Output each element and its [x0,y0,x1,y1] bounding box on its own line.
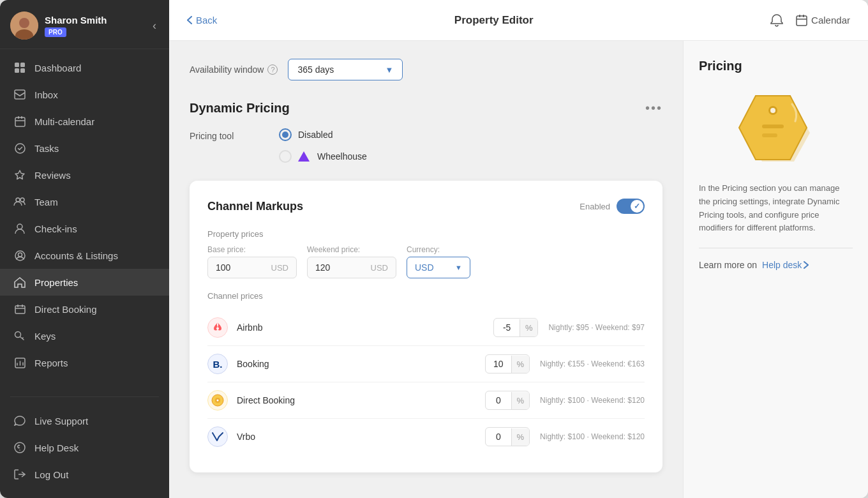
svg-point-13 [20,198,24,202]
svg-point-23 [19,449,20,451]
svg-point-32 [770,108,775,113]
back-button[interactable]: Back [187,15,217,26]
sidebar-user: Sharon Smith PRO [10,11,107,40]
svg-point-20 [15,332,21,338]
availability-row: Availability window ? 365 days ▼ [190,59,662,80]
sidebar-item-log-out[interactable]: Log Out [0,461,169,488]
sidebar-item-multi-calendar[interactable]: Multi-calendar [0,108,169,135]
sidebar-item-label: Team [34,197,58,207]
percent-icon: % [520,319,538,336]
notification-bell[interactable] [770,13,783,27]
main-content: Back Property Editor Calendar Avai [169,0,868,498]
sidebar-item-reviews[interactable]: Reviews [0,162,169,188]
sidebar-item-label: Reviews [34,170,71,181]
dashboard-icon [13,61,27,75]
sidebar-item-keys[interactable]: Keys [0,322,169,349]
inbox-icon [13,87,27,102]
collapse-button[interactable]: ‹ [150,17,159,35]
help-desk-link[interactable]: Help desk [762,260,809,270]
booking-info: Nightly: €155 · Weekend: €163 [540,359,645,368]
sidebar-item-team[interactable]: Team [0,188,169,215]
base-price-label: Base price: [207,245,297,254]
sidebar-item-inbox[interactable]: Inbox [0,81,169,108]
svg-rect-33 [762,124,784,128]
right-panel-description: In the Pricing section you can manage th… [699,182,853,235]
sidebar-item-properties[interactable]: Properties [0,269,169,296]
sidebar-item-label: Dashboard [34,63,81,73]
sidebar-item-label: Tasks [34,143,59,154]
sidebar-item-live-support[interactable]: Live Support [0,407,169,434]
svg-rect-26 [803,15,804,17]
content-area: Availability window ? 365 days ▼ Dynamic… [169,41,868,498]
learn-more-section: Learn more on Help desk [699,260,853,270]
sidebar-item-label: Check-ins [34,223,77,234]
tasks-icon [13,141,27,155]
help-desk-icon [13,441,27,455]
sidebar-item-check-ins[interactable]: Check-ins [0,215,169,242]
svg-rect-24 [797,16,807,26]
booking-name: Booking [237,359,485,369]
sidebar-item-accounts-listings[interactable]: Accounts & Listings [0,242,169,269]
sidebar-item-direct-booking[interactable]: Direct Booking [0,296,169,322]
direct-markup-input[interactable]: 0 % [485,391,530,410]
enabled-toggle: Enabled ✓ [580,199,645,214]
channel-card-header: Channel Markups Enabled ✓ [207,199,645,214]
live-support-icon [13,414,27,428]
booking-logo: B. [207,354,228,374]
channel-prices-section: Channel prices Airbnb [207,291,645,455]
radio-disabled[interactable]: Disabled [279,128,367,141]
radio-wheelhouse[interactable]: Wheelhouse [279,150,367,163]
weekend-price-input[interactable]: 120 USD [307,257,396,278]
vrbo-markup-input[interactable]: 0 % [485,427,530,446]
accounts-icon [13,248,27,262]
enabled-label: Enabled [580,202,610,211]
airbnb-markup-input[interactable]: -5 % [493,318,538,337]
sidebar-bottom: Live Support Help Desk Log Out [0,402,169,498]
toggle-knob: ✓ [631,200,643,213]
user-name: Sharon Smith [45,15,107,26]
enabled-toggle-switch[interactable]: ✓ [617,199,645,214]
booking-markup-input[interactable]: 10 % [485,354,530,374]
sidebar-item-dashboard[interactable]: Dashboard [0,54,169,81]
calendar-label: Calendar [811,15,850,26]
calendar-button[interactable]: Calendar [796,15,850,26]
svg-point-1 [19,18,29,28]
svg-point-16 [18,253,22,257]
svg-rect-25 [799,15,800,17]
sidebar-item-help-desk[interactable]: Help Desk [0,434,169,461]
sidebar-header: Sharon Smith PRO ‹ [0,0,169,49]
svg-point-14 [17,224,22,229]
base-price-input[interactable]: 100 USD [207,257,297,278]
channel-markups-card: Channel Markups Enabled ✓ Proper [190,181,662,472]
svg-point-30 [217,400,219,402]
team-icon [13,195,27,209]
availability-help-icon[interactable]: ? [267,64,278,75]
svg-rect-4 [20,63,25,67]
currency-select[interactable]: USD ▼ [407,257,470,278]
toggle-check-icon: ✓ [634,202,640,211]
availability-dropdown[interactable]: 365 days ▼ [288,59,403,80]
reviews-icon [13,168,27,182]
pricing-illustration [699,86,853,169]
airbnb-info: Nightly: $95 · Weekend: $97 [548,323,645,332]
currency-chevron-icon: ▼ [455,264,462,271]
chevron-down-icon: ▼ [385,65,394,75]
top-bar: Back Property Editor Calendar [169,0,868,41]
svg-rect-18 [17,305,19,307]
right-panel-title: Pricing [699,59,853,73]
svg-rect-9 [18,116,19,119]
sidebar-item-label: Keys [34,331,56,342]
sidebar-item-tasks[interactable]: Tasks [0,135,169,162]
airbnb-row: Airbnb -5 % Nightly: $95 · Weekend: $97 [207,310,645,346]
direct-booking-row: Direct Booking 0 % Nightly: $100 · Weeke… [207,382,645,419]
direct-info: Nightly: $100 · Weekend: $120 [540,396,645,405]
more-options-button[interactable]: ••• [645,101,662,116]
direct-logo [207,390,228,411]
logout-icon [13,467,27,481]
properties-icon [13,275,27,289]
sidebar-item-reports[interactable]: Reports [0,349,169,376]
sidebar-item-label: Reports [34,358,68,368]
checkins-icon [13,222,27,236]
channel-markups-title: Channel Markups [207,200,303,213]
right-panel: Pricing [683,41,868,498]
